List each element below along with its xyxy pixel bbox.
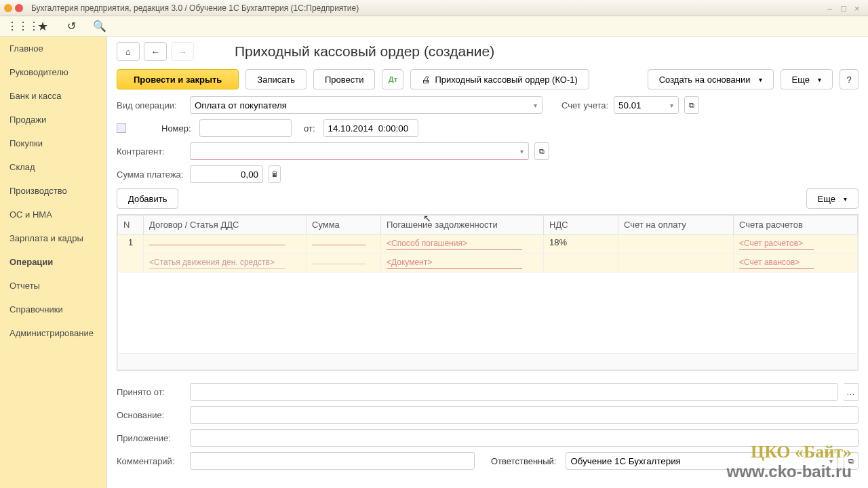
sum-placeholder[interactable]: [312, 242, 366, 245]
post-close-button[interactable]: Провести и закрыть: [117, 69, 239, 89]
col-contract[interactable]: Договор / Статья ДДС: [144, 216, 307, 235]
apps-icon[interactable]: ⋮⋮⋮: [7, 20, 22, 33]
top-toolbar: ⋮⋮⋮ ★ ↺ 🔍: [0, 16, 868, 37]
repay-placeholder[interactable]: <Способ погашения>: [387, 237, 522, 250]
date-input[interactable]: [323, 119, 418, 137]
account-placeholder[interactable]: <Счет расчетов>: [739, 237, 814, 250]
history-icon[interactable]: ↺: [64, 20, 79, 33]
post-button[interactable]: Провести: [313, 69, 376, 89]
comment-label: Комментарий:: [117, 456, 184, 466]
sidebar-item-warehouse[interactable]: Склад: [0, 155, 106, 179]
sidebar-item-manager[interactable]: Руководителю: [0, 60, 106, 84]
responsible-input[interactable]: [566, 452, 838, 470]
responsible-label: Ответственный:: [491, 456, 556, 466]
contract-placeholder[interactable]: [149, 242, 285, 245]
table-empty-area: [118, 272, 858, 354]
table-row-sub[interactable]: <Статья движения ден. средств> <Документ…: [118, 253, 858, 272]
sidebar: Главное Руководителю Банк и касса Продаж…: [0, 37, 107, 488]
maximize-icon[interactable]: □: [841, 3, 850, 13]
account-open-button[interactable]: ⧉: [684, 96, 699, 114]
page-title: Приходный кассовый ордер (создание): [235, 43, 494, 60]
counterparty-open-button[interactable]: ⧉: [534, 142, 549, 160]
dds-placeholder[interactable]: <Статья движения ден. средств>: [149, 256, 285, 269]
favorites-icon[interactable]: ★: [35, 19, 50, 34]
window-dot-icon: [4, 4, 12, 12]
received-from-label: Принято от:: [117, 387, 184, 397]
help-button[interactable]: ?: [840, 69, 859, 89]
window-dot-icon: [15, 4, 23, 12]
sidebar-item-admin[interactable]: Администрирование: [0, 321, 106, 345]
received-from-input[interactable]: [190, 383, 838, 401]
sidebar-item-catalogs[interactable]: Справочники: [0, 298, 106, 321]
forward-button[interactable]: →: [171, 42, 194, 61]
table-footer: [118, 354, 858, 370]
doc-placeholder[interactable]: <Документ>: [387, 256, 522, 269]
advance-placeholder[interactable]: <Счет авансов>: [739, 256, 814, 269]
col-accounts[interactable]: Счета расчетов: [734, 216, 858, 235]
cell-invoice[interactable]: [618, 235, 734, 253]
counterparty-input[interactable]: [190, 142, 529, 160]
comment-input[interactable]: [190, 452, 475, 470]
sidebar-item-payroll[interactable]: Зарплата и кадры: [0, 226, 106, 250]
sidebar-item-purchases[interactable]: Покупки: [0, 131, 106, 155]
print-button[interactable]: 🖨Приходный кассовый ордер (КО-1): [410, 69, 589, 89]
dt-kt-button[interactable]: Дт: [382, 69, 403, 89]
posted-checkbox[interactable]: [117, 123, 126, 133]
cell-vat[interactable]: 18%: [544, 235, 618, 253]
calculator-button[interactable]: 🖩: [269, 165, 281, 183]
op-type-input[interactable]: [190, 96, 542, 114]
basis-label: Основание:: [117, 410, 184, 420]
payments-table: N Договор / Статья ДДС Сумма Погашение з…: [117, 214, 859, 371]
write-button[interactable]: Записать: [245, 69, 307, 89]
cell-n: 1: [118, 235, 144, 272]
attachment-input[interactable]: [190, 429, 859, 447]
sidebar-item-production[interactable]: Производство: [0, 179, 106, 203]
sum2-placeholder[interactable]: [312, 261, 366, 264]
close-icon[interactable]: ×: [854, 3, 864, 13]
sidebar-item-assets[interactable]: ОС и НМА: [0, 203, 106, 226]
col-invoice[interactable]: Счет на оплату: [618, 216, 734, 235]
account-input[interactable]: [614, 96, 679, 114]
sidebar-item-sales[interactable]: Продажи: [0, 108, 106, 131]
counterparty-label: Контрагент:: [117, 146, 184, 157]
amount-label: Сумма платежа:: [117, 169, 184, 180]
col-vat[interactable]: НДС: [544, 216, 618, 235]
add-row-button[interactable]: Добавить: [117, 188, 178, 209]
window-title: Бухгалтерия предприятия, редакция 3.0 / …: [31, 3, 827, 13]
content-area: ⌂ ← → Приходный кассовый ордер (создание…: [107, 37, 868, 488]
search-icon[interactable]: 🔍: [92, 20, 107, 33]
sidebar-item-main[interactable]: Главное: [0, 37, 106, 60]
attachment-label: Приложение:: [117, 433, 184, 443]
number-input[interactable]: [199, 119, 292, 137]
number-label: Номер:: [161, 123, 194, 134]
home-button[interactable]: ⌂: [117, 42, 140, 61]
date-label: от:: [304, 123, 315, 134]
table-row[interactable]: 1 <Способ погашения> 18% <Счет расчетов>: [118, 235, 858, 253]
back-button[interactable]: ←: [144, 42, 167, 61]
window-titlebar: Бухгалтерия предприятия, редакция 3.0 / …: [0, 0, 868, 16]
create-based-button[interactable]: Создать на основании: [648, 69, 774, 89]
basis-input[interactable]: [190, 406, 859, 424]
account-label: Счет учета:: [561, 100, 608, 110]
col-n[interactable]: N: [118, 216, 144, 235]
col-repay[interactable]: Погашение задолженности: [381, 216, 544, 235]
col-sum[interactable]: Сумма: [307, 216, 381, 235]
received-from-pick-button[interactable]: …: [844, 383, 859, 401]
responsible-open-button[interactable]: ⧉: [844, 452, 859, 470]
sidebar-item-bank[interactable]: Банк и касса: [0, 84, 106, 108]
op-type-label: Вид операции:: [117, 100, 184, 110]
minimize-icon[interactable]: –: [827, 3, 837, 13]
printer-icon: 🖨: [422, 75, 431, 85]
amount-input[interactable]: [190, 165, 263, 183]
sidebar-item-reports[interactable]: Отчеты: [0, 274, 106, 298]
more-button[interactable]: Еще: [781, 69, 833, 89]
sidebar-item-operations[interactable]: Операции: [0, 250, 106, 274]
table-more-button[interactable]: Еще: [806, 188, 859, 209]
